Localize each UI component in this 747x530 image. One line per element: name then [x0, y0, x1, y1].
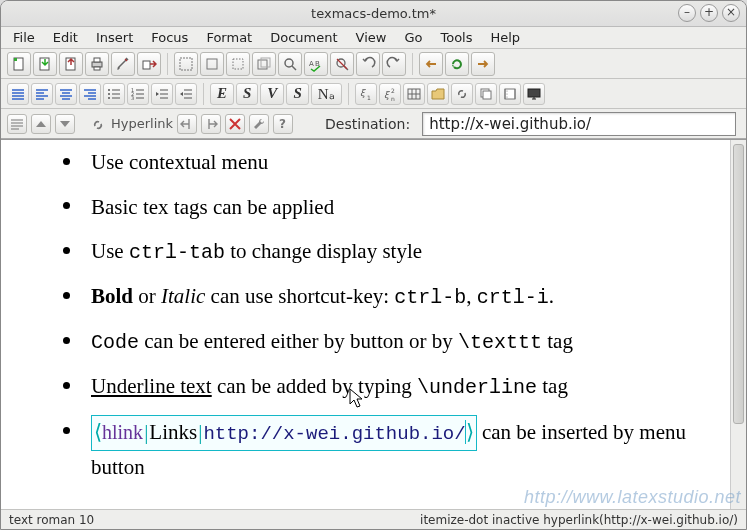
svg-point-17 — [108, 93, 110, 95]
paragraph-icon[interactable] — [7, 114, 27, 134]
destination-label: Destination: — [325, 116, 410, 132]
svg-rect-11 — [261, 58, 270, 67]
animation-icon[interactable] — [499, 83, 521, 105]
svg-text:ξ: ξ — [384, 90, 390, 100]
vertical-scrollbar[interactable] — [730, 140, 746, 509]
status-right: itemize-dot inactive hyperlink(http://x-… — [420, 513, 738, 527]
svg-rect-5 — [94, 67, 100, 70]
subscript-icon[interactable]: ξ1 — [355, 83, 377, 105]
spell-icon[interactable]: AB — [304, 52, 328, 76]
list-item: ⟨hlink|Links|http://x-wei.github.io/⟩ ca… — [45, 415, 690, 483]
svg-rect-4 — [94, 58, 100, 62]
menu-insert[interactable]: Insert — [88, 28, 141, 47]
hyperlink-label: Hyperlink — [111, 116, 173, 131]
svg-rect-7 — [180, 58, 192, 70]
menu-file[interactable]: File — [5, 28, 43, 47]
clip-icon[interactable] — [252, 52, 276, 76]
menu-document[interactable]: Document — [262, 28, 345, 47]
find-icon[interactable] — [278, 52, 302, 76]
list-item: Code can be entered either by button or … — [45, 325, 690, 358]
triangle-down-icon[interactable] — [55, 114, 75, 134]
svg-rect-9 — [233, 59, 243, 69]
close-button[interactable]: × — [722, 4, 740, 22]
triangle-up-icon[interactable] — [31, 114, 51, 134]
superscript-icon[interactable]: ξ2n — [379, 83, 401, 105]
frame-icon[interactable] — [200, 52, 224, 76]
list-item: Use ctrl-tab to change display style — [45, 235, 690, 268]
menu-help[interactable]: Help — [482, 28, 528, 47]
help-icon[interactable]: ? — [273, 114, 293, 134]
preferences-icon[interactable] — [111, 52, 135, 76]
delete-tag-icon[interactable] — [225, 114, 245, 134]
presentation-icon[interactable] — [523, 83, 545, 105]
hyperlink-icon — [89, 115, 107, 133]
svg-text:ξ: ξ — [360, 88, 366, 98]
destination-input[interactable]: http://x-wei.github.io/ — [422, 112, 736, 136]
exit-right-icon[interactable] — [201, 114, 221, 134]
destination-value: http://x-wei.github.io/ — [429, 115, 591, 133]
name-button[interactable]: Nₐ — [311, 83, 342, 105]
export-icon[interactable] — [137, 52, 161, 76]
undo-icon[interactable] — [356, 52, 380, 76]
svg-text:1: 1 — [367, 94, 371, 101]
scrollbar-thumb[interactable] — [733, 144, 744, 424]
menu-go[interactable]: Go — [396, 28, 430, 47]
svg-text:2: 2 — [391, 87, 395, 94]
list-item: Bold or Italic can use shortcut-key: ctr… — [45, 280, 690, 313]
align-justify-icon[interactable] — [7, 83, 29, 105]
indent-icon[interactable] — [151, 83, 173, 105]
link-icon[interactable] — [451, 83, 473, 105]
menu-edit[interactable]: Edit — [45, 28, 86, 47]
cancel-icon[interactable] — [330, 52, 354, 76]
list-item: Basic tex tags can be applied — [45, 191, 690, 224]
image-folder-icon[interactable] — [427, 83, 449, 105]
verbatim-button[interactable]: V — [260, 83, 284, 105]
svg-point-12 — [285, 59, 293, 67]
document-content[interactable]: Use contextual menu Basic tex tags can b… — [1, 140, 730, 509]
context-bar: Hyperlink ? Destination: http://x-wei.gi… — [1, 109, 746, 139]
align-left-icon[interactable] — [31, 83, 53, 105]
format-toolbar: 123 E S V S Nₐ ξ1 ξ2n — [1, 79, 746, 109]
redo-icon[interactable] — [382, 52, 406, 76]
align-center-icon[interactable] — [55, 83, 77, 105]
open-doc-icon[interactable] — [33, 52, 57, 76]
hlink-active-tag[interactable]: ⟨hlink|Links|http://x-wei.github.io/⟩ — [91, 415, 477, 450]
list-numbers-icon[interactable]: 123 — [127, 83, 149, 105]
svg-point-31 — [506, 90, 507, 91]
strong-button[interactable]: S — [236, 83, 258, 105]
menu-tools[interactable]: Tools — [432, 28, 480, 47]
svg-rect-10 — [258, 60, 267, 69]
title-bar: texmacs-demo.tm* – + × — [1, 1, 746, 27]
new-doc-icon[interactable] — [7, 52, 31, 76]
menu-format[interactable]: Format — [198, 28, 260, 47]
outdent-icon[interactable] — [175, 83, 197, 105]
status-left: text roman 10 — [9, 513, 94, 527]
refresh-icon[interactable] — [445, 52, 469, 76]
svg-point-32 — [506, 93, 507, 94]
wrench-icon[interactable] — [249, 114, 269, 134]
svg-point-18 — [108, 97, 110, 99]
sample-button[interactable]: S — [286, 83, 308, 105]
list-bullets-icon[interactable] — [103, 83, 125, 105]
minimize-button[interactable]: – — [678, 4, 696, 22]
image-stack-icon[interactable] — [475, 83, 497, 105]
back-hand-icon[interactable] — [419, 52, 443, 76]
section-icon[interactable] — [174, 52, 198, 76]
svg-text:?: ? — [279, 117, 286, 131]
emphasize-button[interactable]: E — [210, 83, 234, 105]
menu-view[interactable]: View — [348, 28, 395, 47]
svg-rect-3 — [92, 62, 102, 67]
menu-focus[interactable]: Focus — [143, 28, 196, 47]
exit-left-icon[interactable] — [177, 114, 197, 134]
table-icon[interactable] — [403, 83, 425, 105]
svg-point-16 — [108, 89, 110, 91]
status-bar: text roman 10 itemize-dot inactive hyper… — [1, 509, 746, 529]
svg-rect-8 — [207, 59, 217, 69]
svg-rect-6 — [143, 61, 150, 69]
save-doc-icon[interactable] — [59, 52, 83, 76]
align-right-icon[interactable] — [79, 83, 101, 105]
forward-hand-icon[interactable] — [471, 52, 495, 76]
maximize-button[interactable]: + — [700, 4, 718, 22]
dashed-frame-icon[interactable] — [226, 52, 250, 76]
print-icon[interactable] — [85, 52, 109, 76]
